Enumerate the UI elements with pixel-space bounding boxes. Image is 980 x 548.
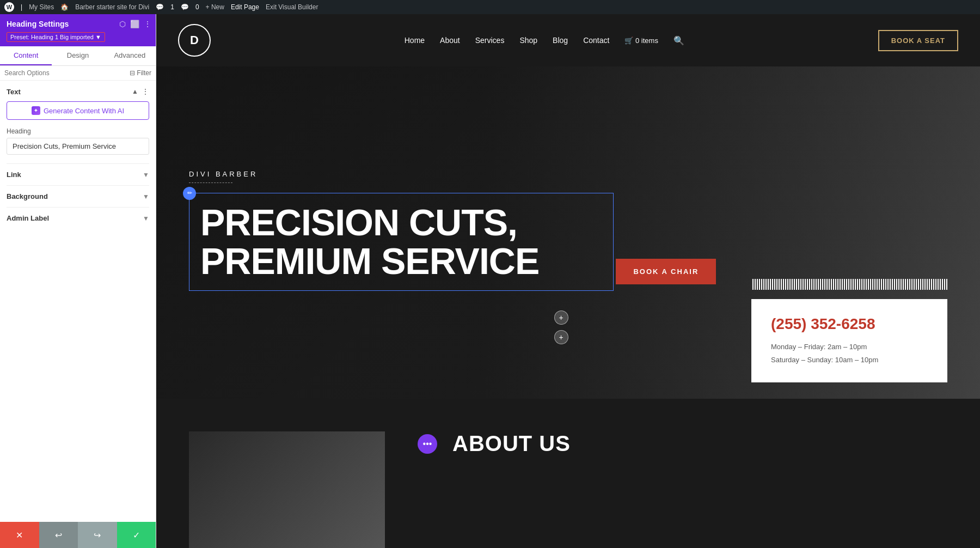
filter-label: Filter	[137, 69, 151, 77]
panel-header: Heading Settings ⬡ ⬜ ⋮ Preset: Heading 1…	[0, 14, 156, 46]
hero-divider	[189, 182, 232, 183]
add-module-button-1[interactable]: +	[554, 310, 568, 325]
expand-icon[interactable]: ⬜	[130, 20, 139, 28]
background-section-header[interactable]: Background ▼	[7, 192, 149, 200]
about-image-inner	[189, 431, 385, 548]
tab-advanced[interactable]: Advanced	[104, 46, 156, 65]
link-section-header[interactable]: Link ▼	[7, 171, 149, 179]
heading-field-label: Heading	[7, 127, 149, 135]
book-chair-button[interactable]: BOOK A CHAIR	[616, 259, 716, 284]
admin-label-section-header[interactable]: Admin Label ▼	[7, 214, 149, 222]
comments-count: 1	[170, 3, 174, 11]
admin-bar-icon: 🏠	[60, 3, 69, 11]
hero-heading-box[interactable]: ✏ PRECISION CUTS, PREMIUM SERVICE	[189, 193, 614, 291]
site-logo: D	[178, 24, 211, 57]
ai-button-label: Generate Content With AI	[44, 107, 124, 115]
panel-tabs: Content Design Advanced	[0, 46, 156, 66]
text-section-header: Text ▲ ⋮	[7, 87, 149, 96]
undo-icon: ↩	[55, 530, 62, 540]
nav-blog[interactable]: Blog	[553, 36, 568, 45]
hero-heading: PRECISION CUTS, PREMIUM SERVICE	[200, 203, 602, 281]
hero-add-area: + +	[554, 310, 568, 344]
site-name-link[interactable]: Barber starter site for Divi	[75, 3, 149, 11]
save-preset-icon[interactable]: ⬡	[119, 20, 126, 28]
admin-label-section: Admin Label ▼	[7, 207, 149, 229]
admin-label-title: Admin Label	[7, 214, 49, 222]
nav-home[interactable]: Home	[405, 36, 425, 45]
chevron-up-icon[interactable]: ▲	[132, 88, 138, 95]
ai-generate-button[interactable]: ✦ Generate Content With AI	[7, 101, 149, 120]
panel-content: Text ▲ ⋮ ✦ Generate Content With AI Head…	[0, 81, 156, 522]
text-section-title: Text	[7, 88, 21, 96]
info-card: (255) 352-6258 Monday – Friday: 2am – 10…	[751, 299, 947, 382]
background-chevron-icon: ▼	[143, 193, 149, 200]
close-button[interactable]: ✕	[0, 522, 39, 548]
search-nav-icon[interactable]: 🔍	[673, 35, 684, 46]
panel-footer: ✕ ↩ ↪ ✓	[0, 522, 156, 548]
admin-bar-separator3: 💬	[181, 3, 189, 11]
add-module-button-2[interactable]: +	[554, 330, 568, 344]
site-nav-links: Home About Services Shop Blog Contact 🛒 …	[405, 35, 684, 46]
link-section: Link ▼	[7, 163, 149, 185]
tab-content[interactable]: Content	[0, 46, 52, 65]
new-link[interactable]: + New	[206, 3, 224, 11]
about-title: ABOUT US	[452, 431, 571, 456]
nav-shop[interactable]: Shop	[519, 36, 537, 45]
nav-contact[interactable]: Contact	[583, 36, 609, 45]
undo-button[interactable]: ↩	[39, 522, 78, 548]
background-section-title: Background	[7, 192, 48, 200]
close-icon: ✕	[16, 530, 23, 540]
book-seat-button[interactable]: BOOK A SEAT	[878, 30, 958, 51]
background-section: Background ▼	[7, 185, 149, 207]
about-section: ••• ABOUT US	[156, 399, 980, 548]
section-toggle: ▲ ⋮	[132, 87, 149, 96]
redo-button[interactable]: ↪	[78, 522, 117, 548]
admin-label-chevron-icon: ▼	[143, 215, 149, 222]
exit-builder-link[interactable]: Exit Visual Builder	[266, 3, 318, 11]
admin-bar-separator: |	[21, 3, 22, 11]
wp-icon: W	[4, 2, 14, 12]
hero-section: DIVI BARBER ✏ PRECISION CUTS, PREMIUM SE…	[156, 66, 980, 399]
link-chevron-icon: ▼	[143, 171, 149, 179]
preview-area: D Home About Services Shop Blog Contact …	[156, 14, 980, 548]
search-row: ⊟ Filter	[0, 66, 156, 81]
filter-button[interactable]: ⊟ Filter	[130, 69, 151, 77]
pencil-icon: ✏	[187, 190, 192, 197]
more-options-bubble[interactable]: •••	[418, 434, 437, 454]
my-sites-link[interactable]: My Sites	[29, 3, 54, 11]
cart-icon[interactable]: 🛒 0 items	[624, 36, 658, 45]
site-nav: D Home About Services Shop Blog Contact …	[156, 14, 980, 66]
ai-icon: ✦	[32, 106, 40, 115]
about-image	[189, 431, 385, 548]
preset-badge[interactable]: Preset: Heading 1 Big imported ▼	[7, 32, 105, 42]
edit-page-link[interactable]: Edit Page	[231, 3, 259, 11]
main-layout: Heading Settings ⬡ ⬜ ⋮ Preset: Heading 1…	[0, 14, 980, 548]
left-panel: Heading Settings ⬡ ⬜ ⋮ Preset: Heading 1…	[0, 14, 156, 548]
comments-badge: 0	[195, 3, 199, 11]
hero-subtitle: DIVI BARBER	[189, 170, 947, 178]
redo-icon: ↪	[94, 530, 101, 540]
admin-bar: W | My Sites 🏠 Barber starter site for D…	[0, 0, 980, 14]
hours-weekday: Monday – Friday: 2am – 10pm Saturday – S…	[771, 340, 928, 366]
heading-input[interactable]	[7, 138, 149, 155]
nav-about[interactable]: About	[440, 36, 460, 45]
nav-services[interactable]: Services	[475, 36, 505, 45]
phone-number: (255) 352-6258	[771, 315, 928, 333]
link-section-title: Link	[7, 171, 21, 179]
barcode-strip	[751, 279, 947, 290]
text-section-more-icon[interactable]: ⋮	[142, 87, 149, 96]
filter-icon: ⊟	[130, 69, 135, 77]
edit-pencil-icon: ✏	[183, 187, 196, 200]
admin-bar-separator2: 💬	[156, 3, 164, 11]
about-text: ••• ABOUT US	[418, 431, 571, 456]
tab-design[interactable]: Design	[52, 46, 103, 65]
save-button[interactable]: ✓	[117, 522, 156, 548]
panel-header-icons: ⬡ ⬜ ⋮	[119, 20, 151, 28]
more-icon[interactable]: ⋮	[144, 20, 151, 28]
save-icon: ✓	[133, 530, 140, 540]
search-input[interactable]	[4, 69, 126, 77]
